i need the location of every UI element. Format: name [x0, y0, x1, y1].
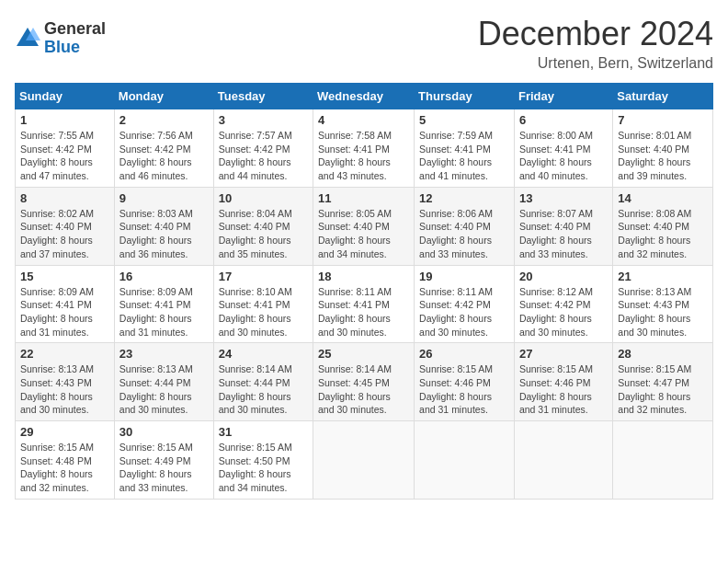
header-friday: Friday: [514, 84, 612, 109]
day-number: 10: [219, 191, 308, 205]
calendar-cell: 19 Sunrise: 8:11 AMSunset: 4:42 PMDaylig…: [415, 265, 515, 343]
day-number: 11: [318, 191, 409, 205]
day-number: 8: [20, 191, 109, 205]
day-number: 20: [519, 270, 608, 283]
logo-general-text: General: [44, 20, 106, 39]
day-number: 18: [318, 270, 409, 283]
day-detail: Sunrise: 8:15 AMSunset: 4:46 PMDaylight:…: [519, 362, 608, 417]
day-number: 5: [419, 113, 509, 127]
day-detail: Sunrise: 8:10 AMSunset: 4:41 PMDaylight:…: [219, 285, 308, 339]
day-detail: Sunrise: 8:11 AMSunset: 4:42 PMDaylight:…: [419, 285, 509, 339]
day-detail: Sunrise: 8:13 AMSunset: 4:43 PMDaylight:…: [20, 362, 109, 417]
calendar-cell: 22 Sunrise: 8:13 AMSunset: 4:43 PMDaylig…: [16, 343, 115, 421]
calendar-cell: 17 Sunrise: 8:10 AMSunset: 4:41 PMDaylig…: [213, 265, 313, 343]
calendar-table: SundayMondayTuesdayWednesdayThursdayFrid…: [15, 83, 713, 500]
calendar-cell: 30 Sunrise: 8:15 AMSunset: 4:49 PMDaylig…: [114, 421, 213, 500]
day-number: 22: [20, 347, 109, 361]
week-row-5: 29 Sunrise: 8:15 AMSunset: 4:48 PMDaylig…: [16, 421, 713, 500]
header-saturday: Saturday: [613, 84, 713, 109]
calendar-cell: 26 Sunrise: 8:15 AMSunset: 4:46 PMDaylig…: [415, 343, 515, 421]
day-number: 16: [119, 270, 209, 283]
week-row-3: 15 Sunrise: 8:09 AMSunset: 4:41 PMDaylig…: [16, 265, 713, 343]
header-thursday: Thursday: [415, 84, 515, 109]
day-number: 7: [618, 113, 708, 127]
day-detail: Sunrise: 8:13 AMSunset: 4:43 PMDaylight:…: [618, 285, 708, 339]
day-detail: Sunrise: 8:09 AMSunset: 4:41 PMDaylight:…: [20, 285, 109, 339]
day-number: 9: [119, 191, 209, 205]
day-number: 4: [318, 113, 409, 127]
day-number: 31: [219, 425, 308, 439]
calendar-cell: [313, 421, 415, 500]
day-detail: Sunrise: 7:55 AMSunset: 4:42 PMDaylight:…: [20, 129, 109, 183]
day-detail: Sunrise: 8:06 AMSunset: 4:40 PMDaylight:…: [419, 207, 509, 261]
title-area: December 2024 Urtenen, Bern, Switzerland: [478, 15, 713, 72]
calendar-cell: 5 Sunrise: 7:59 AMSunset: 4:41 PMDayligh…: [415, 109, 515, 188]
day-detail: Sunrise: 8:15 AMSunset: 4:47 PMDaylight:…: [618, 362, 708, 417]
day-number: 21: [618, 270, 708, 283]
day-detail: Sunrise: 8:14 AMSunset: 4:45 PMDaylight:…: [318, 362, 409, 417]
calendar-cell: 10 Sunrise: 8:04 AMSunset: 4:40 PMDaylig…: [213, 187, 313, 265]
calendar-cell: 31 Sunrise: 8:15 AMSunset: 4:50 PMDaylig…: [213, 421, 313, 500]
header-row: SundayMondayTuesdayWednesdayThursdayFrid…: [16, 84, 713, 109]
day-number: 1: [20, 113, 109, 127]
logo-text: General Blue: [44, 20, 106, 57]
calendar-cell: 8 Sunrise: 8:02 AMSunset: 4:40 PMDayligh…: [16, 187, 115, 265]
calendar-cell: 3 Sunrise: 7:57 AMSunset: 4:42 PMDayligh…: [213, 109, 313, 188]
logo-blue-text: Blue: [44, 39, 106, 57]
location-title: Urtenen, Bern, Switzerland: [478, 55, 713, 72]
logo-icon: [15, 26, 40, 52]
calendar-cell: [415, 421, 515, 500]
calendar-cell: 24 Sunrise: 8:14 AMSunset: 4:44 PMDaylig…: [213, 343, 313, 421]
day-number: 2: [119, 113, 209, 127]
day-detail: Sunrise: 8:09 AMSunset: 4:41 PMDaylight:…: [119, 285, 209, 339]
day-detail: Sunrise: 8:12 AMSunset: 4:42 PMDaylight:…: [519, 285, 608, 339]
calendar-cell: 16 Sunrise: 8:09 AMSunset: 4:41 PMDaylig…: [114, 265, 213, 343]
day-detail: Sunrise: 8:07 AMSunset: 4:40 PMDaylight:…: [519, 207, 608, 261]
header-monday: Monday: [114, 84, 213, 109]
day-number: 26: [419, 347, 509, 361]
calendar-cell: 6 Sunrise: 8:00 AMSunset: 4:41 PMDayligh…: [514, 109, 612, 188]
day-detail: Sunrise: 8:15 AMSunset: 4:50 PMDaylight:…: [219, 441, 308, 495]
day-detail: Sunrise: 8:03 AMSunset: 4:40 PMDaylight:…: [119, 207, 209, 261]
day-detail: Sunrise: 7:59 AMSunset: 4:41 PMDaylight:…: [419, 129, 509, 183]
logo: General Blue: [15, 20, 106, 57]
day-detail: Sunrise: 8:05 AMSunset: 4:40 PMDaylight:…: [318, 207, 409, 261]
calendar-cell: 14 Sunrise: 8:08 AMSunset: 4:40 PMDaylig…: [613, 187, 713, 265]
day-detail: Sunrise: 8:15 AMSunset: 4:48 PMDaylight:…: [20, 441, 109, 495]
day-number: 24: [219, 347, 308, 361]
day-detail: Sunrise: 8:15 AMSunset: 4:49 PMDaylight:…: [119, 441, 209, 495]
day-number: 14: [618, 191, 708, 205]
calendar-cell: 29 Sunrise: 8:15 AMSunset: 4:48 PMDaylig…: [16, 421, 115, 500]
calendar-cell: 23 Sunrise: 8:13 AMSunset: 4:44 PMDaylig…: [114, 343, 213, 421]
day-detail: Sunrise: 8:08 AMSunset: 4:40 PMDaylight:…: [618, 207, 708, 261]
day-detail: Sunrise: 8:00 AMSunset: 4:41 PMDaylight:…: [519, 129, 608, 183]
day-number: 28: [618, 347, 708, 361]
calendar-cell: 1 Sunrise: 7:55 AMSunset: 4:42 PMDayligh…: [16, 109, 115, 188]
day-detail: Sunrise: 8:11 AMSunset: 4:41 PMDaylight:…: [318, 285, 409, 339]
calendar-cell: 15 Sunrise: 8:09 AMSunset: 4:41 PMDaylig…: [16, 265, 115, 343]
calendar-cell: 7 Sunrise: 8:01 AMSunset: 4:40 PMDayligh…: [613, 109, 713, 188]
calendar-cell: 21 Sunrise: 8:13 AMSunset: 4:43 PMDaylig…: [613, 265, 713, 343]
header-wednesday: Wednesday: [313, 84, 415, 109]
calendar-cell: 4 Sunrise: 7:58 AMSunset: 4:41 PMDayligh…: [313, 109, 415, 188]
header-sunday: Sunday: [16, 84, 115, 109]
day-number: 23: [119, 347, 209, 361]
day-detail: Sunrise: 7:58 AMSunset: 4:41 PMDaylight:…: [318, 129, 409, 183]
day-detail: Sunrise: 8:14 AMSunset: 4:44 PMDaylight:…: [219, 362, 308, 417]
day-number: 29: [20, 425, 109, 439]
calendar-cell: 27 Sunrise: 8:15 AMSunset: 4:46 PMDaylig…: [514, 343, 612, 421]
day-detail: Sunrise: 8:01 AMSunset: 4:40 PMDaylight:…: [618, 129, 708, 183]
calendar-cell: 9 Sunrise: 8:03 AMSunset: 4:40 PMDayligh…: [114, 187, 213, 265]
week-row-4: 22 Sunrise: 8:13 AMSunset: 4:43 PMDaylig…: [16, 343, 713, 421]
week-row-2: 8 Sunrise: 8:02 AMSunset: 4:40 PMDayligh…: [16, 187, 713, 265]
day-detail: Sunrise: 7:57 AMSunset: 4:42 PMDaylight:…: [219, 129, 308, 183]
calendar-cell: [613, 421, 713, 500]
day-detail: Sunrise: 8:02 AMSunset: 4:40 PMDaylight:…: [20, 207, 109, 261]
day-detail: Sunrise: 7:56 AMSunset: 4:42 PMDaylight:…: [119, 129, 209, 183]
day-detail: Sunrise: 8:04 AMSunset: 4:40 PMDaylight:…: [219, 207, 308, 261]
calendar-cell: 12 Sunrise: 8:06 AMSunset: 4:40 PMDaylig…: [415, 187, 515, 265]
day-number: 19: [419, 270, 509, 283]
day-detail: Sunrise: 8:15 AMSunset: 4:46 PMDaylight:…: [419, 362, 509, 417]
calendar-cell: 13 Sunrise: 8:07 AMSunset: 4:40 PMDaylig…: [514, 187, 612, 265]
day-number: 13: [519, 191, 608, 205]
